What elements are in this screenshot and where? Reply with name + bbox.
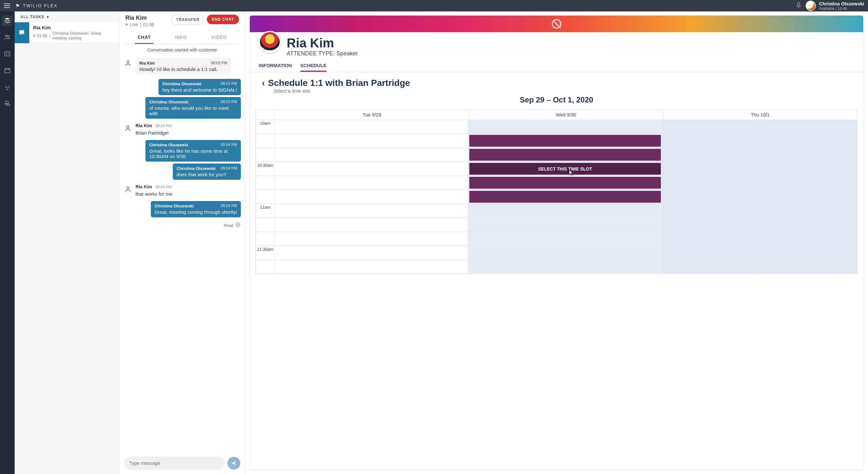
cal-header-tue: Tue 9/29 xyxy=(275,110,469,120)
svg-point-5 xyxy=(127,61,129,63)
brand-text: TWILIO FLEX xyxy=(23,3,58,8)
cal-time-1130: 11:30am xyxy=(256,246,275,260)
cal-cell[interactable] xyxy=(468,246,662,260)
cal-cell[interactable] xyxy=(662,246,858,260)
cal-cell[interactable] xyxy=(468,204,662,218)
tab-info[interactable]: INFO xyxy=(173,31,189,44)
svg-rect-4 xyxy=(5,68,10,73)
cal-cell[interactable] xyxy=(468,120,662,134)
cal-time-11: 11am xyxy=(256,204,275,218)
cal-cell[interactable] xyxy=(662,120,858,134)
cal-cell[interactable] xyxy=(275,218,468,232)
task-time: 01:06 xyxy=(37,33,48,38)
task-title: Ria Kim xyxy=(33,25,116,30)
select-time-slot-button[interactable]: SELECT THIS TIME SLOT xyxy=(469,163,660,175)
cal-cell[interactable] xyxy=(662,218,858,232)
chat-column: Ria Kim Live | 01:06 TRANSFER END CHAT C… xyxy=(120,11,245,474)
cal-cell[interactable]: SELECT THIS TIME SLOT xyxy=(468,162,662,176)
cal-cell[interactable] xyxy=(275,134,468,148)
busy-slot xyxy=(469,135,660,147)
cal-cell[interactable] xyxy=(275,120,468,134)
cal-cell[interactable] xyxy=(275,232,468,246)
message-time: 09:04 PM xyxy=(221,143,237,147)
cal-cell[interactable] xyxy=(468,218,662,232)
tab-video[interactable]: VIDEO xyxy=(209,31,229,44)
message-text: hey there and welcome to SIGNAL! xyxy=(162,87,237,93)
message-time: 09:03 PM xyxy=(221,82,237,86)
cal-cell[interactable] xyxy=(275,260,468,274)
rail-chat-icon[interactable] xyxy=(2,98,13,109)
person-icon xyxy=(123,59,132,68)
cal-header-thu: Thu 10/1 xyxy=(663,110,858,120)
message-group: Christina Olszewski09:03 PM hey there an… xyxy=(123,79,241,119)
message-group: Christina Olszewski09:04 PM Great, meeti… xyxy=(123,201,241,217)
cal-cell[interactable] xyxy=(662,190,858,204)
cal-cell[interactable] xyxy=(662,204,858,218)
rail-people-icon[interactable] xyxy=(2,32,13,43)
tab-chat[interactable]: CHAT xyxy=(135,31,153,44)
microphone-icon[interactable] xyxy=(796,2,801,9)
cal-cell[interactable] xyxy=(662,232,858,246)
send-button[interactable] xyxy=(227,457,240,470)
cal-cell[interactable] xyxy=(275,246,468,260)
cal-time-1030: 10:30am xyxy=(256,162,275,176)
rail-calendar-icon[interactable] xyxy=(2,65,13,76)
cal-cell[interactable] xyxy=(468,190,662,204)
menu-icon[interactable] xyxy=(4,3,10,8)
user-status: Available | 1d 4h xyxy=(819,6,864,11)
rail-catalog-icon[interactable] xyxy=(2,49,13,59)
message-group: Christina Olszewski09:04 PM Great, looks… xyxy=(123,140,241,180)
message-bubble: Ria Kim09:03 PM Howdy! I'd like to sched… xyxy=(135,58,231,74)
schedule-range: Sep 29 – Oct 1, 2020 xyxy=(260,95,852,104)
message-input[interactable] xyxy=(124,456,224,470)
cal-cell[interactable] xyxy=(468,176,662,190)
message-sender: Ria Kim xyxy=(140,61,155,66)
task-column: ALL TASKS ▾ Ria Kim 01:06 | Christina Ol… xyxy=(14,11,120,474)
task-filter[interactable]: ALL TASKS ▾ xyxy=(14,11,119,22)
cal-cell[interactable] xyxy=(275,190,468,204)
message-group: Ria Kim09:03 PM Howdy! I'd like to sched… xyxy=(123,58,241,74)
cal-cell[interactable] xyxy=(662,162,858,176)
rail-tasks-icon[interactable] xyxy=(2,15,13,26)
svg-point-1 xyxy=(5,35,7,37)
message-list[interactable]: Ria Kim09:03 PM Howdy! I'd like to sched… xyxy=(120,58,245,453)
cal-cell[interactable] xyxy=(662,176,858,190)
attendee-type: ATTENDEE TYPE: Speaker xyxy=(287,50,358,57)
schedule-title: Schedule 1:1 with Brian Partridge xyxy=(268,78,410,88)
chat-title: Ria Kim xyxy=(125,14,169,21)
message-sender: Christina Olszewski xyxy=(162,82,202,86)
svg-point-6 xyxy=(127,126,129,128)
end-chat-button[interactable]: END CHAT xyxy=(207,14,239,24)
message-sender: Ria Kim xyxy=(135,123,152,128)
crm-tab-information[interactable]: INFORMATION xyxy=(259,60,292,72)
cal-cell[interactable] xyxy=(468,134,662,148)
crm-column: Ria Kim ATTENDEE TYPE: Speaker INFORMATI… xyxy=(245,11,868,474)
cal-cell[interactable] xyxy=(275,176,468,190)
message-sender: Christina Olszewski xyxy=(149,143,188,147)
cal-cell[interactable] xyxy=(662,134,858,148)
crm-tab-schedule[interactable]: SCHEDULE xyxy=(300,60,327,72)
rail-smile-icon[interactable] xyxy=(2,82,13,92)
cal-cell[interactable] xyxy=(662,148,858,162)
message-text: that works for me xyxy=(135,191,241,197)
message-sender: Christina Olszewski xyxy=(177,166,216,171)
cal-cell[interactable] xyxy=(275,204,468,218)
cal-cell[interactable] xyxy=(275,162,468,176)
transfer-button[interactable]: TRANSFER xyxy=(172,14,204,25)
schedule-subtitle: Select a time slot. xyxy=(273,88,852,94)
task-channel-chat-icon xyxy=(14,22,29,43)
task-item[interactable]: Ria Kim 01:06 | Christina Olszewski: Gre… xyxy=(14,22,119,43)
user-block[interactable]: Christina Olszewski Available | 1d 4h xyxy=(806,1,864,11)
crm-tabs: INFORMATION SCHEDULE xyxy=(250,57,863,72)
svg-rect-3 xyxy=(5,52,10,56)
message-text: of course, who would you like to meet wi… xyxy=(149,105,237,116)
back-chevron-icon[interactable]: ‹ xyxy=(260,78,266,88)
message-time: 09:04 PM xyxy=(155,185,172,189)
cal-cell[interactable] xyxy=(662,260,858,274)
cal-cell[interactable] xyxy=(468,232,662,246)
cal-cell[interactable] xyxy=(468,260,662,274)
cal-cell[interactable] xyxy=(468,148,662,162)
app-header: ⚑ TWILIO FLEX Christina Olszewski Availa… xyxy=(0,0,868,11)
send-icon xyxy=(231,460,237,466)
cal-cell[interactable] xyxy=(275,148,468,162)
